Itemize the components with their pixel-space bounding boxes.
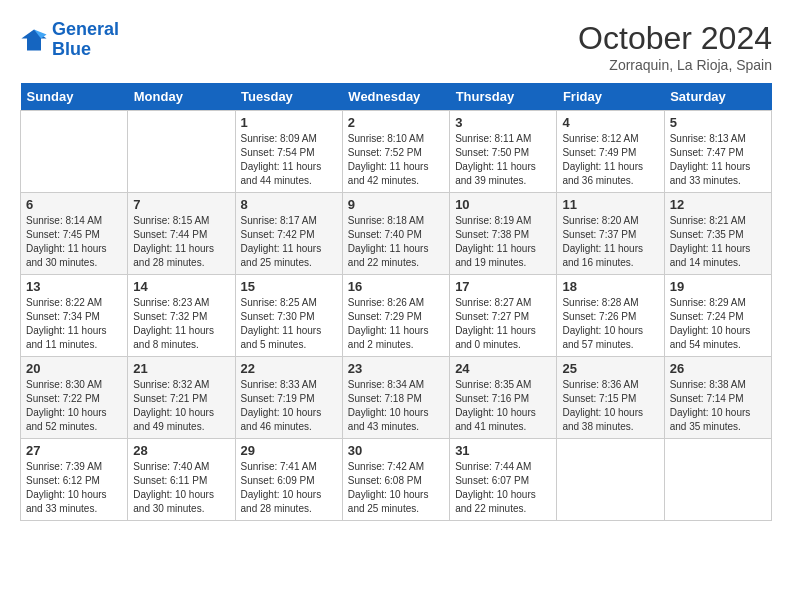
- day-info: Sunrise: 8:22 AM Sunset: 7:34 PM Dayligh…: [26, 296, 122, 352]
- day-number: 12: [670, 197, 766, 212]
- day-number: 20: [26, 361, 122, 376]
- calendar-cell: 17Sunrise: 8:27 AM Sunset: 7:27 PM Dayli…: [450, 275, 557, 357]
- day-info: Sunrise: 8:17 AM Sunset: 7:42 PM Dayligh…: [241, 214, 337, 270]
- day-number: 3: [455, 115, 551, 130]
- day-info: Sunrise: 8:25 AM Sunset: 7:30 PM Dayligh…: [241, 296, 337, 352]
- day-number: 30: [348, 443, 444, 458]
- day-info: Sunrise: 8:26 AM Sunset: 7:29 PM Dayligh…: [348, 296, 444, 352]
- day-info: Sunrise: 8:18 AM Sunset: 7:40 PM Dayligh…: [348, 214, 444, 270]
- day-info: Sunrise: 8:35 AM Sunset: 7:16 PM Dayligh…: [455, 378, 551, 434]
- title-section: October 2024 Zorraquin, La Rioja, Spain: [578, 20, 772, 73]
- day-number: 17: [455, 279, 551, 294]
- month-title: October 2024: [578, 20, 772, 57]
- calendar-cell: 15Sunrise: 8:25 AM Sunset: 7:30 PM Dayli…: [235, 275, 342, 357]
- day-number: 25: [562, 361, 658, 376]
- day-info: Sunrise: 8:12 AM Sunset: 7:49 PM Dayligh…: [562, 132, 658, 188]
- calendar-cell: [21, 111, 128, 193]
- calendar-cell: 19Sunrise: 8:29 AM Sunset: 7:24 PM Dayli…: [664, 275, 771, 357]
- day-header-wednesday: Wednesday: [342, 83, 449, 111]
- day-number: 29: [241, 443, 337, 458]
- day-header-sunday: Sunday: [21, 83, 128, 111]
- day-number: 15: [241, 279, 337, 294]
- calendar-week-4: 27Sunrise: 7:39 AM Sunset: 6:12 PM Dayli…: [21, 439, 772, 521]
- calendar-week-3: 20Sunrise: 8:30 AM Sunset: 7:22 PM Dayli…: [21, 357, 772, 439]
- day-info: Sunrise: 8:27 AM Sunset: 7:27 PM Dayligh…: [455, 296, 551, 352]
- day-number: 1: [241, 115, 337, 130]
- day-info: Sunrise: 8:30 AM Sunset: 7:22 PM Dayligh…: [26, 378, 122, 434]
- day-number: 14: [133, 279, 229, 294]
- calendar-header-row: SundayMondayTuesdayWednesdayThursdayFrid…: [21, 83, 772, 111]
- svg-marker-0: [21, 29, 46, 50]
- day-number: 4: [562, 115, 658, 130]
- calendar-cell: 16Sunrise: 8:26 AM Sunset: 7:29 PM Dayli…: [342, 275, 449, 357]
- day-info: Sunrise: 8:15 AM Sunset: 7:44 PM Dayligh…: [133, 214, 229, 270]
- calendar-cell: 9Sunrise: 8:18 AM Sunset: 7:40 PM Daylig…: [342, 193, 449, 275]
- day-number: 21: [133, 361, 229, 376]
- location-subtitle: Zorraquin, La Rioja, Spain: [578, 57, 772, 73]
- calendar-cell: [664, 439, 771, 521]
- calendar-week-2: 13Sunrise: 8:22 AM Sunset: 7:34 PM Dayli…: [21, 275, 772, 357]
- day-info: Sunrise: 7:42 AM Sunset: 6:08 PM Dayligh…: [348, 460, 444, 516]
- day-info: Sunrise: 8:09 AM Sunset: 7:54 PM Dayligh…: [241, 132, 337, 188]
- calendar-cell: 28Sunrise: 7:40 AM Sunset: 6:11 PM Dayli…: [128, 439, 235, 521]
- calendar-cell: 25Sunrise: 8:36 AM Sunset: 7:15 PM Dayli…: [557, 357, 664, 439]
- calendar-cell: 20Sunrise: 8:30 AM Sunset: 7:22 PM Dayli…: [21, 357, 128, 439]
- day-number: 13: [26, 279, 122, 294]
- day-number: 6: [26, 197, 122, 212]
- day-info: Sunrise: 8:38 AM Sunset: 7:14 PM Dayligh…: [670, 378, 766, 434]
- day-info: Sunrise: 8:29 AM Sunset: 7:24 PM Dayligh…: [670, 296, 766, 352]
- logo-text: General Blue: [52, 20, 119, 60]
- calendar-cell: 12Sunrise: 8:21 AM Sunset: 7:35 PM Dayli…: [664, 193, 771, 275]
- day-header-thursday: Thursday: [450, 83, 557, 111]
- day-number: 22: [241, 361, 337, 376]
- calendar-cell: 30Sunrise: 7:42 AM Sunset: 6:08 PM Dayli…: [342, 439, 449, 521]
- day-info: Sunrise: 7:39 AM Sunset: 6:12 PM Dayligh…: [26, 460, 122, 516]
- calendar-cell: [557, 439, 664, 521]
- day-info: Sunrise: 8:28 AM Sunset: 7:26 PM Dayligh…: [562, 296, 658, 352]
- day-info: Sunrise: 7:41 AM Sunset: 6:09 PM Dayligh…: [241, 460, 337, 516]
- calendar-cell: 27Sunrise: 7:39 AM Sunset: 6:12 PM Dayli…: [21, 439, 128, 521]
- day-info: Sunrise: 8:21 AM Sunset: 7:35 PM Dayligh…: [670, 214, 766, 270]
- day-number: 23: [348, 361, 444, 376]
- calendar-cell: 1Sunrise: 8:09 AM Sunset: 7:54 PM Daylig…: [235, 111, 342, 193]
- day-info: Sunrise: 8:14 AM Sunset: 7:45 PM Dayligh…: [26, 214, 122, 270]
- day-number: 7: [133, 197, 229, 212]
- logo-bird-icon: [20, 26, 48, 54]
- calendar-cell: 13Sunrise: 8:22 AM Sunset: 7:34 PM Dayli…: [21, 275, 128, 357]
- calendar-cell: 23Sunrise: 8:34 AM Sunset: 7:18 PM Dayli…: [342, 357, 449, 439]
- day-number: 8: [241, 197, 337, 212]
- day-info: Sunrise: 8:10 AM Sunset: 7:52 PM Dayligh…: [348, 132, 444, 188]
- day-number: 16: [348, 279, 444, 294]
- day-info: Sunrise: 8:36 AM Sunset: 7:15 PM Dayligh…: [562, 378, 658, 434]
- day-number: 18: [562, 279, 658, 294]
- calendar-cell: 22Sunrise: 8:33 AM Sunset: 7:19 PM Dayli…: [235, 357, 342, 439]
- calendar-cell: 21Sunrise: 8:32 AM Sunset: 7:21 PM Dayli…: [128, 357, 235, 439]
- calendar-cell: 31Sunrise: 7:44 AM Sunset: 6:07 PM Dayli…: [450, 439, 557, 521]
- day-info: Sunrise: 7:40 AM Sunset: 6:11 PM Dayligh…: [133, 460, 229, 516]
- calendar-cell: 5Sunrise: 8:13 AM Sunset: 7:47 PM Daylig…: [664, 111, 771, 193]
- calendar-cell: 8Sunrise: 8:17 AM Sunset: 7:42 PM Daylig…: [235, 193, 342, 275]
- day-info: Sunrise: 8:20 AM Sunset: 7:37 PM Dayligh…: [562, 214, 658, 270]
- calendar-cell: 26Sunrise: 8:38 AM Sunset: 7:14 PM Dayli…: [664, 357, 771, 439]
- day-header-saturday: Saturday: [664, 83, 771, 111]
- day-number: 9: [348, 197, 444, 212]
- day-info: Sunrise: 8:32 AM Sunset: 7:21 PM Dayligh…: [133, 378, 229, 434]
- calendar-cell: [128, 111, 235, 193]
- calendar-table: SundayMondayTuesdayWednesdayThursdayFrid…: [20, 83, 772, 521]
- calendar-cell: 7Sunrise: 8:15 AM Sunset: 7:44 PM Daylig…: [128, 193, 235, 275]
- calendar-cell: 10Sunrise: 8:19 AM Sunset: 7:38 PM Dayli…: [450, 193, 557, 275]
- calendar-cell: 14Sunrise: 8:23 AM Sunset: 7:32 PM Dayli…: [128, 275, 235, 357]
- logo-line1: General: [52, 19, 119, 39]
- day-number: 26: [670, 361, 766, 376]
- day-number: 11: [562, 197, 658, 212]
- day-number: 2: [348, 115, 444, 130]
- day-number: 31: [455, 443, 551, 458]
- calendar-cell: 2Sunrise: 8:10 AM Sunset: 7:52 PM Daylig…: [342, 111, 449, 193]
- page-header: General Blue October 2024 Zorraquin, La …: [20, 20, 772, 73]
- day-number: 10: [455, 197, 551, 212]
- calendar-cell: 3Sunrise: 8:11 AM Sunset: 7:50 PM Daylig…: [450, 111, 557, 193]
- day-number: 27: [26, 443, 122, 458]
- day-number: 5: [670, 115, 766, 130]
- logo-line2: Blue: [52, 39, 91, 59]
- day-header-tuesday: Tuesday: [235, 83, 342, 111]
